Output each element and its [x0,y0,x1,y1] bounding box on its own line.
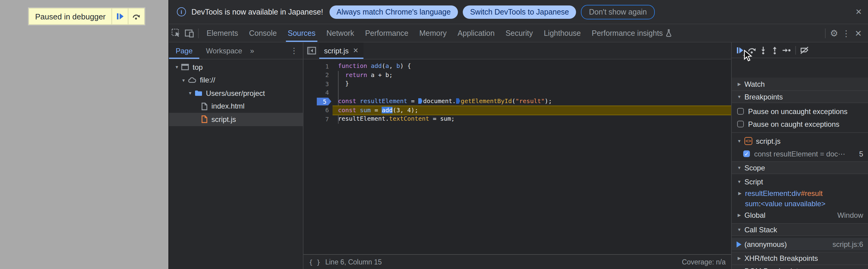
script-file-icon: <> [744,137,752,145]
code-line[interactable]: return a + b; [333,71,731,79]
toolbar-separator [198,28,199,38]
breakpoint-line-number[interactable]: 5 [304,97,333,106]
navigator-more-icon[interactable]: ⋮ [290,46,298,55]
tab-sources[interactable]: Sources [282,24,321,42]
scope-var-resultelement[interactable]: ▶ resultElement: div#result [732,188,868,198]
tree-item-index-html[interactable]: index.html [169,100,303,113]
scope-section-header[interactable]: ▼ Scope [732,161,868,174]
switch-to-japanese-button[interactable]: Switch DevTools to Japanese [463,5,576,19]
chevron-right-icon: ▶ [737,256,742,261]
tree-item-label: top [193,63,203,72]
line-number[interactable]: 7 [304,115,333,124]
close-devtools-icon[interactable]: ✕ [852,28,864,38]
watch-section-header[interactable]: ▶ Watch [732,78,868,90]
deactivate-breakpoints-button[interactable] [799,45,810,55]
notification-bar: i DevTools is now available in Japanese!… [169,0,868,24]
tab-network[interactable]: Network [321,24,360,42]
info-icon: i [177,7,186,17]
dont-show-again-button[interactable]: Don't show again [581,4,655,19]
scope-script-group[interactable]: ▼ Script [732,175,868,188]
chevron-down-icon: ▼ [737,180,742,184]
code-line[interactable]: } [333,79,731,88]
navigator-tab-workspace[interactable]: Workspace [199,43,249,59]
breakpoints-label: Breakpoints [744,92,783,101]
code-token: sum [360,106,371,113]
chevron-down-icon[interactable]: ▼ [187,91,193,96]
device-toolbar-button[interactable] [182,26,196,40]
line-number[interactable]: 2 [304,71,333,79]
tab-performance-insights[interactable]: Performance insights [586,24,678,42]
code-token [356,98,360,104]
line-number[interactable]: 3 [304,79,333,88]
paused-in-debugger-badge: Paused in debugger [28,8,145,25]
inline-breakpoint-marker-icon[interactable] [418,98,423,104]
tab-elements[interactable]: Elements [201,24,244,42]
pause-caught-checkbox[interactable] [737,121,744,127]
breakpoints-section-header[interactable]: ▼ Breakpoints [732,90,868,103]
pause-uncaught-label: Pause on uncaught exceptions [748,107,847,115]
code-token: "result" [516,98,545,104]
code-line[interactable]: const resultElement = document.getElemen… [333,97,731,106]
call-stack-frame-row[interactable]: (anonymous) script.js:6 [732,238,868,250]
file-tab-close-icon[interactable]: ✕ [353,47,358,55]
xhr-breakpoints-section-header[interactable]: ▶ XHR/fetch Breakpoints [732,252,868,265]
folder-icon [194,90,202,97]
breakpoint-entry-checkbox[interactable]: ✓ [743,151,750,157]
devtools-window: i DevTools is now available in Japanese!… [168,0,868,269]
code-line[interactable] [333,88,731,97]
hide-navigator-button[interactable] [304,47,319,55]
line-number[interactable]: 1 [304,62,333,71]
notification-message: DevTools is now available in Japanese! [191,7,323,16]
step-over-script-button[interactable] [128,8,145,24]
paused-code-line[interactable]: const sum = add(3, 4); [333,105,731,115]
code-line[interactable]: function add(a, b) { [333,62,731,71]
pause-uncaught-checkbox[interactable] [737,108,744,115]
tab-console[interactable]: Console [244,24,282,42]
execution-arrow-icon [737,241,741,247]
pause-uncaught-exceptions-row[interactable]: Pause on uncaught exceptions [732,105,868,118]
tab-memory[interactable]: Memory [414,24,452,42]
tree-item-top[interactable]: ▼top [169,61,303,74]
breakpoint-flag-icon[interactable]: 5 [317,98,331,106]
chevron-down-icon: ▼ [737,166,742,170]
dom-breakpoints-label: DOM Breakpoints [744,267,802,269]
tab-performance[interactable]: Performance [360,24,414,42]
always-match-language-button[interactable]: Always match Chrome's language [329,5,458,19]
code-token: = sum; [429,115,455,122]
more-options-icon[interactable]: ⋮ [840,28,852,38]
chevron-down-icon[interactable]: ▼ [174,65,180,70]
line-number[interactable]: 4 [304,88,333,97]
file-tab-scriptjs[interactable]: script.js ✕ [319,43,364,59]
code-line[interactable]: resultElement.textContent = sum; [333,115,731,124]
scope-var-sum[interactable]: sum: <value unavailable> [732,198,868,209]
settings-gear-icon[interactable]: ⚙ [828,28,840,38]
tab-lighthouse[interactable]: Lighthouse [538,24,586,42]
call-stack-section-header[interactable]: ▼ Call Stack [732,223,868,236]
navigator-overflow-chevrons[interactable]: » [250,46,254,55]
breakpoint-file-group[interactable]: ▼ <> script.js [732,135,868,147]
pause-caught-exceptions-row[interactable]: Pause on caught exceptions [732,118,868,130]
tree-item-file-[interactable]: ▼file:// [169,74,303,87]
tab-security[interactable]: Security [500,24,538,42]
line-number[interactable]: 6 [304,106,333,115]
step-button[interactable] [781,45,792,55]
dom-breakpoints-section-header[interactable]: ▶ DOM Breakpoints [732,265,868,269]
breakpoint-entry-row[interactable]: ✓ const resultElement = doc⋯ 5 [732,147,868,160]
step-out-button[interactable] [769,45,780,55]
inline-breakpoint-marker-icon[interactable] [456,98,460,104]
inspect-element-button[interactable] [169,26,182,40]
resume-script-button[interactable] [112,8,128,24]
step-into-button[interactable] [758,45,769,55]
tree-item-script-js[interactable]: script.js [169,113,303,126]
tree-item-users-user-project[interactable]: ▼Users/user/project [169,87,303,100]
code-editor[interactable]: 1234567 function add(a, b) { return a + … [304,59,731,254]
coverage-label[interactable]: Coverage: n/a [682,258,726,265]
code-token [338,71,345,78]
scope-var-value-tag: div [792,189,801,197]
line-number-gutter[interactable]: 1234567 [304,62,333,124]
chevron-down-icon[interactable]: ▼ [181,78,187,82]
navigator-tab-page[interactable]: Page [169,43,199,59]
scope-global-group[interactable]: ▶ Global Window [732,209,868,221]
tab-application[interactable]: Application [452,24,500,42]
notification-close-icon[interactable]: ✕ [855,7,862,17]
